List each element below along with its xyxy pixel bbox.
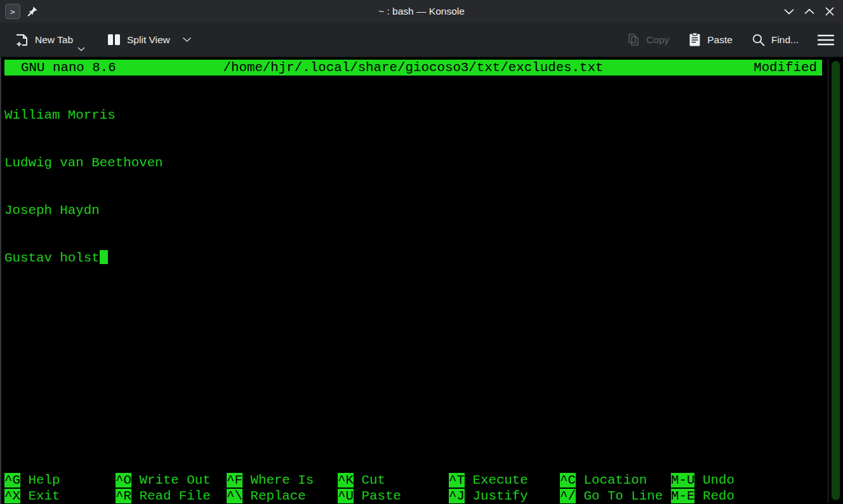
search-icon [752,33,766,47]
split-view-label: Split View [127,34,170,46]
minimize-button[interactable] [783,6,795,17]
new-tab-icon [14,32,29,48]
terminal-area[interactable]: GNU nano 8.6 /home/hjr/.local/share/gioc… [0,57,843,504]
copy-label: Copy [646,34,669,46]
new-tab-dropdown-icon[interactable] [77,47,85,51]
shortcut-undo: M-U Undo [671,472,734,488]
editor-line: Gustav holst [4,250,163,266]
copy-button: Copy [627,33,669,47]
find-label: Find... [771,34,799,46]
shortcut-exit: ^X Exit [4,488,60,504]
scrollbar-thumb[interactable] [832,61,840,500]
editor-line: Joseph Haydn [4,202,163,218]
split-view-dropdown-icon[interactable] [182,37,192,43]
paste-button[interactable]: Paste [688,32,733,47]
paste-icon [688,32,701,47]
shortcut-write-out: ^O Write Out [116,472,211,488]
nano-titlebar: GNU nano 8.6 /home/hjr/.local/share/gioc… [4,60,822,76]
shortcut-replace: ^\ Replace [227,488,306,504]
menu-button[interactable] [818,34,834,46]
toolbar: New Tab Split View Copy [0,23,843,57]
split-view-icon [107,32,121,47]
shortcut-cut: ^K Cut [338,472,385,488]
titlebar: > ~ : bash — Konsole [0,0,843,23]
text-cursor [100,250,108,264]
split-view-button[interactable]: Split View [107,32,192,47]
maximize-button[interactable] [804,6,815,17]
hamburger-icon [818,34,834,46]
shortcut-justify: ^J Justify [449,488,528,504]
editor-line-text: Gustav holst [4,251,100,265]
window-title: ~ : bash — Konsole [0,0,843,23]
paste-label: Paste [707,34,733,46]
editor-buffer[interactable]: William Morris Ludwig van Beethoven Jose… [4,76,163,298]
shortcut-location: ^C Location [560,472,647,488]
copy-icon [627,33,641,47]
scrollbar-divider [828,58,828,503]
shortcut-paste: ^U Paste [338,488,401,504]
shortcut-read-file: ^R Read File [116,488,211,504]
shortcut-where-is: ^F Where Is [227,472,314,488]
shortcut-go-to-line: ^/ Go To Line [560,488,663,504]
nano-file-path: /home/hjr/.local/share/giocoso3/txt/excl… [4,60,822,76]
editor-line: Ludwig van Beethoven [4,155,163,171]
editor-line: William Morris [4,107,163,123]
nano-modified-status: Modified [753,60,817,76]
shortcut-help: ^G Help [4,472,60,488]
shortcut-redo: M-E Redo [671,488,734,504]
new-tab-label: New Tab [35,34,73,46]
find-button[interactable]: Find... [752,33,799,47]
nano-shortcut-row-2: ^X Exit ^R Read File ^\ Replace ^U Paste… [1,488,843,504]
nano-shortcut-row-1: ^G Help ^O Write Out ^F Where Is ^K Cut … [1,472,843,488]
shortcut-execute: ^T Execute [449,472,528,488]
close-button[interactable] [824,6,835,17]
new-tab-button[interactable]: New Tab [14,32,85,48]
